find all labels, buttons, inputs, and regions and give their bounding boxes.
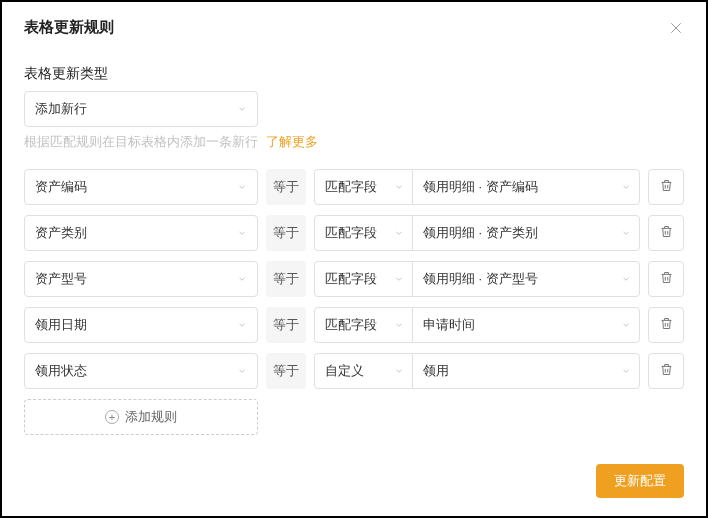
chevron-down-icon [237, 320, 247, 330]
rule-value-field: 领用明细 · 资产编码 [423, 178, 538, 196]
hint-text-row: 根据匹配规则在目标表格内添加一条新行 了解更多 [24, 133, 684, 151]
rule-value-type-select[interactable]: 匹配字段 [315, 262, 413, 296]
rule-operator: 等于 [266, 215, 306, 251]
modal-footer: 更新配置 [2, 450, 706, 516]
chevron-down-icon [237, 228, 247, 238]
learn-more-link[interactable]: 了解更多 [266, 134, 318, 149]
chevron-down-icon [621, 182, 631, 192]
rule-value-type-select[interactable]: 匹配字段 [315, 216, 413, 250]
rule-field-value: 领用状态 [35, 362, 87, 380]
rule-value-field: 申请时间 [423, 316, 475, 334]
chevron-down-icon [394, 274, 404, 284]
rules-list: 资产编码等于匹配字段领用明细 · 资产编码资产类别等于匹配字段领用明细 · 资产… [24, 169, 684, 389]
rule-field-select[interactable]: 资产编码 [24, 169, 258, 205]
chevron-down-icon [237, 104, 247, 114]
delete-rule-button[interactable] [648, 215, 684, 251]
delete-rule-button[interactable] [648, 307, 684, 343]
rule-row: 资产型号等于匹配字段领用明细 · 资产型号 [24, 261, 684, 297]
submit-button[interactable]: 更新配置 [596, 464, 684, 498]
modal-body: 表格更新类型 添加新行 根据匹配规则在目标表格内添加一条新行 了解更多 资产编码… [2, 49, 706, 450]
trash-icon [659, 178, 674, 197]
rule-value-type: 匹配字段 [325, 270, 377, 288]
rule-value-field-select[interactable]: 领用明细 · 资产编码 [413, 170, 639, 204]
rule-operator: 等于 [266, 307, 306, 343]
modal-header: 表格更新规则 [2, 2, 706, 49]
rule-field-select[interactable]: 资产型号 [24, 261, 258, 297]
chevron-down-icon [237, 274, 247, 284]
rule-field-select[interactable]: 资产类别 [24, 215, 258, 251]
modal-title: 表格更新规则 [24, 18, 114, 37]
chevron-down-icon [237, 182, 247, 192]
close-icon[interactable] [668, 20, 684, 36]
type-label: 表格更新类型 [24, 65, 684, 83]
rule-value-type: 自定义 [325, 362, 364, 380]
update-type-select[interactable]: 添加新行 [24, 91, 258, 127]
rule-field-value: 领用日期 [35, 316, 87, 334]
delete-rule-button[interactable] [648, 353, 684, 389]
update-type-value: 添加新行 [35, 100, 87, 118]
rule-value-type-select[interactable]: 自定义 [315, 354, 413, 388]
plus-icon: + [105, 410, 119, 424]
rule-value-group: 匹配字段领用明细 · 资产类别 [314, 215, 640, 251]
modal-table-update-rules: 表格更新规则 表格更新类型 添加新行 根据匹配规则在目标表格内添加一条新行 了解… [0, 0, 708, 518]
rule-value-group: 匹配字段领用明细 · 资产编码 [314, 169, 640, 205]
rule-row: 领用状态等于自定义领用 [24, 353, 684, 389]
rule-field-select[interactable]: 领用日期 [24, 307, 258, 343]
rule-value-field: 领用 [423, 362, 449, 380]
rule-value-field-select[interactable]: 领用明细 · 资产类别 [413, 216, 639, 250]
rule-value-type-select[interactable]: 匹配字段 [315, 170, 413, 204]
chevron-down-icon [394, 182, 404, 192]
chevron-down-icon [394, 320, 404, 330]
rule-operator: 等于 [266, 169, 306, 205]
rule-value-field-select[interactable]: 领用明细 · 资产型号 [413, 262, 639, 296]
add-rule-button[interactable]: + 添加规则 [24, 399, 258, 435]
rule-operator: 等于 [266, 353, 306, 389]
rule-field-value: 资产编码 [35, 178, 87, 196]
rule-value-type-select[interactable]: 匹配字段 [315, 308, 413, 342]
chevron-down-icon [394, 228, 404, 238]
rule-field-value: 资产类别 [35, 224, 87, 242]
rule-value-group: 自定义领用 [314, 353, 640, 389]
rule-value-field: 领用明细 · 资产类别 [423, 224, 538, 242]
rule-row: 领用日期等于匹配字段申请时间 [24, 307, 684, 343]
chevron-down-icon [621, 228, 631, 238]
add-rule-label: 添加规则 [125, 408, 177, 426]
hint-text: 根据匹配规则在目标表格内添加一条新行 [24, 134, 258, 149]
chevron-down-icon [621, 320, 631, 330]
trash-icon [659, 316, 674, 335]
rule-value-group: 匹配字段申请时间 [314, 307, 640, 343]
rule-field-value: 资产型号 [35, 270, 87, 288]
chevron-down-icon [237, 366, 247, 376]
rule-value-type: 匹配字段 [325, 224, 377, 242]
rule-row: 资产编码等于匹配字段领用明细 · 资产编码 [24, 169, 684, 205]
rule-value-group: 匹配字段领用明细 · 资产型号 [314, 261, 640, 297]
rule-value-type: 匹配字段 [325, 178, 377, 196]
rule-row: 资产类别等于匹配字段领用明细 · 资产类别 [24, 215, 684, 251]
chevron-down-icon [394, 366, 404, 376]
trash-icon [659, 362, 674, 381]
rule-value-field-select[interactable]: 申请时间 [413, 308, 639, 342]
rule-value-field: 领用明细 · 资产型号 [423, 270, 538, 288]
rule-value-field-select[interactable]: 领用 [413, 354, 639, 388]
rule-value-type: 匹配字段 [325, 316, 377, 334]
chevron-down-icon [621, 366, 631, 376]
trash-icon [659, 224, 674, 243]
delete-rule-button[interactable] [648, 261, 684, 297]
trash-icon [659, 270, 674, 289]
delete-rule-button[interactable] [648, 169, 684, 205]
rule-operator: 等于 [266, 261, 306, 297]
rule-field-select[interactable]: 领用状态 [24, 353, 258, 389]
chevron-down-icon [621, 274, 631, 284]
